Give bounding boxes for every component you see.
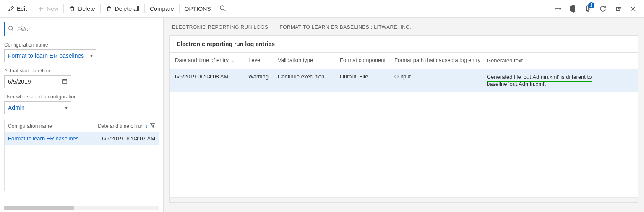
delete-button[interactable]: Delete [65, 3, 99, 15]
table-row[interactable]: 6/5/2019 06:04:08 AM Warning Continue ex… [170, 69, 638, 92]
close-icon[interactable] [626, 1, 641, 16]
delete-all-label: Delete all [115, 5, 139, 12]
filter-sidebar: Configuration name Format to learn ER ba… [0, 18, 164, 212]
breadcrumb: Electronic reporting run logs | Format t… [164, 18, 644, 35]
office-icon[interactable] [565, 1, 580, 16]
trash-icon [106, 5, 112, 12]
user-select[interactable]: Admin ▾ [4, 101, 71, 114]
col-date-time-label: Date and time of run [98, 123, 143, 129]
options-label: OPTIONS [185, 5, 211, 12]
breadcrumb-leaf: Format to learn ER baselines : Litware, … [279, 24, 411, 30]
config-name-label: Configuration name [4, 42, 159, 48]
cell-generated-text: Generated file 'out.Admin.xml' is differ… [487, 73, 633, 88]
svg-point-4 [9, 26, 13, 30]
start-date-value: 6/5/2019 [8, 78, 31, 85]
config-name-value: Format to learn ER baselines [8, 52, 84, 59]
attachments-button[interactable]: 1 [580, 1, 595, 16]
col-generated-text[interactable]: Generated text [487, 57, 633, 65]
toolbar-separator [32, 4, 32, 13]
refresh-icon[interactable] [595, 1, 610, 16]
new-label: New [47, 5, 58, 12]
search-icon [219, 5, 226, 13]
toolbar-separator [100, 4, 101, 13]
sort-desc-icon: ↓ [145, 123, 148, 129]
compare-label: Compare [150, 5, 174, 12]
delete-all-button[interactable]: Delete all [102, 3, 143, 15]
delete-label: Delete [78, 5, 95, 12]
toolbar-right-group: 1 [550, 0, 641, 18]
cell-level: Warning [248, 73, 278, 80]
col-config-name[interactable]: Configuration name [8, 123, 88, 129]
toolbar-separator [63, 4, 64, 13]
panel-resizer[interactable]: ⋮ [164, 115, 167, 125]
log-entries-panel: Electronic reporting run log entries Dat… [169, 35, 638, 203]
search-icon [8, 26, 14, 33]
filter-icon[interactable] [150, 123, 155, 129]
panel-scrollbar[interactable] [170, 197, 638, 202]
col-validation-type[interactable]: Validation type [278, 57, 340, 65]
grid-header: Date and time of entry ↓ Level Validatio… [170, 53, 638, 69]
chevron-down-icon: ▾ [65, 105, 68, 111]
svg-rect-2 [556, 8, 559, 9]
start-date-input[interactable]: 6/5/2019 [4, 75, 71, 88]
notification-count: 1 [588, 2, 594, 8]
generated-text-line1: Generated file 'out.Admin.xml' is differ… [487, 74, 592, 82]
chevron-down-icon: ▾ [90, 53, 93, 59]
generated-text-line2: baseline 'out.Admin.xml'. [487, 81, 547, 87]
sidebar-scrollbar[interactable] [4, 206, 159, 210]
breadcrumb-separator: | [273, 24, 275, 30]
toolbar-separator [179, 4, 180, 13]
edit-label: Edit [17, 5, 27, 12]
cell-format-component: Output: File [340, 73, 394, 80]
row-config-name: Format to learn ER baselines [8, 135, 88, 142]
col-format-path[interactable]: Format path that caused a log entry [394, 57, 487, 65]
plus-icon [37, 5, 44, 12]
svg-point-3 [559, 8, 561, 9]
popout-icon[interactable] [610, 1, 626, 16]
calendar-icon [62, 78, 68, 85]
panel-title: Electronic reporting run log entries [170, 36, 638, 53]
config-name-select[interactable]: Format to learn ER baselines ▾ [4, 49, 96, 62]
cell-validation-type: Continue execution ... [278, 73, 340, 80]
trash-icon [69, 5, 76, 12]
col-date-time[interactable]: Date and time of run ↓ [88, 123, 155, 129]
svg-rect-5 [63, 79, 67, 83]
connector-icon[interactable] [550, 1, 565, 16]
cell-format-path: Output [394, 73, 487, 80]
compare-button[interactable]: Compare [146, 3, 178, 15]
col-format-component[interactable]: Format component [340, 57, 394, 65]
cell-datetime: 6/5/2019 06:04:08 AM [175, 73, 248, 80]
top-toolbar: Edit New Delete Delete all Compare OPTIO… [0, 0, 644, 18]
col-datetime-label: Date and time of entry [175, 57, 229, 63]
sort-asc-icon: ↓ [232, 57, 235, 63]
new-button: New [33, 3, 63, 15]
filter-input[interactable] [16, 25, 155, 33]
scrollbar-thumb[interactable] [4, 206, 74, 210]
toolbar-separator [144, 4, 145, 13]
edit-button[interactable]: Edit [3, 3, 31, 15]
start-date-label: Actual start date/time [4, 68, 159, 74]
content-area: ⋮ Electronic reporting run logs | Format… [164, 18, 644, 212]
svg-point-0 [220, 5, 224, 9]
col-level[interactable]: Level [248, 57, 278, 65]
breadcrumb-root[interactable]: Electronic reporting run logs [172, 24, 268, 30]
user-label: User who started a configuration [4, 94, 159, 100]
row-date-time: 6/5/2019 06:04:07 AM [88, 135, 155, 142]
pencil-icon [8, 5, 14, 12]
log-entries-grid: Date and time of entry ↓ Level Validatio… [170, 53, 638, 92]
filter-box[interactable] [4, 22, 159, 36]
user-value: Admin [8, 104, 25, 111]
runs-grid: Configuration name Date and time of run … [4, 120, 159, 191]
table-row[interactable]: Format to learn ER baselines 6/5/2019 06… [5, 132, 159, 145]
toolbar-search-button[interactable] [215, 3, 230, 15]
svg-point-1 [555, 8, 556, 9]
runs-grid-body: Format to learn ER baselines 6/5/2019 06… [5, 132, 159, 191]
main-area: Configuration name Format to learn ER ba… [0, 18, 644, 212]
options-button[interactable]: OPTIONS [180, 3, 215, 15]
runs-grid-header: Configuration name Date and time of run … [5, 120, 159, 132]
col-datetime[interactable]: Date and time of entry ↓ [175, 57, 248, 65]
col-generated-text-label: Generated text [487, 57, 523, 65]
